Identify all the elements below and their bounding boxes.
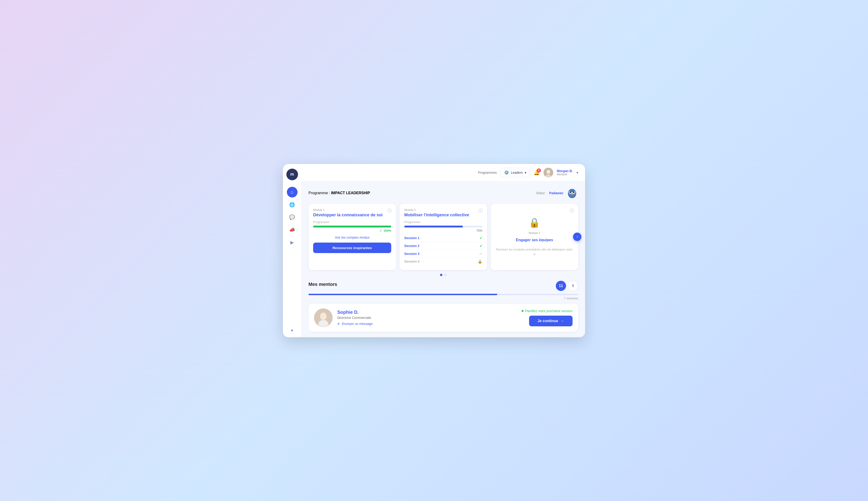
continue-button[interactable]: Je continue → bbox=[529, 316, 573, 326]
app-logo[interactable]: m bbox=[286, 169, 298, 180]
programmes-label: Programmes bbox=[478, 171, 497, 174]
mentor-info: Sophie D. Directrice Commerciale ✈ Envoy… bbox=[337, 310, 517, 326]
session-1-label: Session 1 bbox=[404, 236, 419, 240]
mentor-tabs: 11 0 bbox=[556, 281, 578, 291]
leaders-label: Leaders bbox=[511, 171, 523, 174]
continue-arrow-icon: → bbox=[561, 319, 564, 323]
mentor-card: Sophie D. Directrice Commerciale ✈ Envoy… bbox=[308, 304, 578, 332]
module-1-title: Développer la connaissance de soi bbox=[313, 213, 391, 217]
main-content: Programmes ⚙️ Leaders ▾ 🔔 5 Morgan B. Me… bbox=[302, 164, 585, 337]
voir-comptes-link[interactable]: Voir les comptes rendus bbox=[313, 236, 391, 239]
session-1-row[interactable]: Session 1 ✓ bbox=[404, 234, 482, 242]
svg-point-16 bbox=[319, 320, 328, 327]
lock-big-icon: 🔒 bbox=[529, 217, 540, 228]
module-card-2: ⓘ Module 2 Mobiliser l'intelligence coll… bbox=[400, 204, 487, 270]
module-2-label: Module 2 bbox=[404, 209, 482, 212]
leaders-dropdown[interactable]: ⚙️ Leaders ▾ bbox=[500, 168, 530, 177]
mentors-header: Mes mentors 11 0 bbox=[308, 281, 578, 291]
session-2-check-icon: ✓ bbox=[479, 244, 482, 248]
chevron-right-icon: › bbox=[576, 235, 578, 239]
header: Programmes ⚙️ Leaders ▾ 🔔 5 Morgan B. Me… bbox=[302, 164, 585, 181]
session-4-label: Session 4 bbox=[404, 259, 419, 263]
programme-prefix: Programme : bbox=[308, 191, 331, 195]
session-list: Session 1 ✓ Session 2 ✓ Session 3 → bbox=[404, 234, 482, 265]
programme-title: Programme : IMPACT LEADERSHIP bbox=[308, 191, 370, 195]
session-3-label: Session 3 bbox=[404, 252, 419, 256]
lock-container: 🔒 Module 3 Engager ses équipes Terminez … bbox=[495, 217, 574, 256]
user-name: Morgan B. bbox=[557, 169, 573, 173]
svg-point-14 bbox=[320, 312, 327, 320]
user-role: Mentoré bbox=[557, 173, 573, 176]
statut-area: Statut : Padawan bbox=[536, 187, 578, 199]
module-1-complete: ✓ 100% bbox=[313, 229, 391, 232]
message-label: Envoyer un message bbox=[342, 322, 373, 326]
info-icon-module1[interactable]: ⓘ bbox=[388, 208, 392, 214]
sidebar-item-globe[interactable]: 🌐 bbox=[287, 199, 297, 210]
module-2-progress-fill bbox=[404, 226, 463, 227]
module-2-pct: 75% bbox=[404, 229, 482, 232]
globe-icon: 🌐 bbox=[289, 202, 295, 207]
dot-1[interactable] bbox=[440, 274, 442, 276]
owl-icon bbox=[566, 187, 578, 199]
mentor-name: Sophie D. bbox=[337, 310, 517, 315]
home-icon: ⌂ bbox=[291, 189, 293, 195]
leaders-icon: ⚙️ bbox=[504, 170, 509, 175]
mentor-job-title: Directrice Commerciale bbox=[337, 316, 517, 320]
planifier-text: Planifiez votre prochaine session bbox=[522, 309, 573, 313]
module-card-1: ⓘ Module 1 Développer la connaissance de… bbox=[308, 204, 396, 270]
module-3-title: Engager ses équipes bbox=[516, 238, 553, 242]
session-4-row: Session 4 🔒 bbox=[404, 258, 482, 265]
send-message-link[interactable]: ✈ Envoyer un message bbox=[337, 322, 517, 326]
mentor-tab-active[interactable]: 11 bbox=[556, 281, 566, 291]
module-1-progression-label: Progression bbox=[313, 220, 391, 224]
module-3-locked-desc: Terminez les modules précédents afin de … bbox=[495, 247, 574, 256]
mentors-section-title: Mes mentors bbox=[308, 282, 337, 287]
next-button[interactable]: › bbox=[573, 233, 582, 241]
module-1-progress-bar bbox=[313, 226, 391, 227]
user-menu-chevron-icon[interactable]: ▾ bbox=[576, 171, 578, 174]
info-icon-module3[interactable]: ⓘ bbox=[570, 208, 574, 214]
sidebar: m ⌂ 🌐 💬 📣 ▶ » bbox=[283, 164, 302, 337]
sessions-count: 7 sessions bbox=[308, 297, 578, 300]
user-info: Morgan B. Mentoré bbox=[557, 169, 573, 176]
green-dot-icon bbox=[522, 310, 523, 312]
ressources-button[interactable]: Ressources inspirantes bbox=[313, 243, 391, 253]
session-3-arrow-icon: → bbox=[479, 252, 482, 256]
sidebar-item-chat[interactable]: 💬 bbox=[287, 212, 297, 223]
mentor-tab-inactive[interactable]: 0 bbox=[568, 281, 578, 291]
module-1-label: Module 1 bbox=[313, 209, 391, 212]
svg-point-9 bbox=[571, 193, 573, 195]
expand-icon: » bbox=[291, 328, 293, 332]
module-1-pct: 100% bbox=[383, 229, 391, 232]
session-3-row[interactable]: Session 3 → bbox=[404, 250, 482, 258]
mentor-progress-fill bbox=[308, 294, 497, 295]
info-icon-module2[interactable]: ⓘ bbox=[479, 208, 483, 214]
logo-initials: m bbox=[290, 172, 294, 177]
module-2-progress-bar bbox=[404, 226, 482, 227]
dots-indicator bbox=[308, 274, 578, 276]
programme-header: Programme : IMPACT LEADERSHIP Statut : P… bbox=[308, 187, 578, 199]
sidebar-expand-button[interactable]: » bbox=[291, 328, 293, 333]
dot-2[interactable] bbox=[444, 274, 447, 276]
sidebar-item-home[interactable]: ⌂ bbox=[287, 187, 297, 198]
notification-badge: 5 bbox=[537, 168, 541, 173]
dropdown-chevron-icon: ▾ bbox=[525, 171, 526, 174]
module-2-progression-label: Progression bbox=[404, 220, 482, 224]
chat-icon: 💬 bbox=[289, 214, 295, 220]
session-2-row[interactable]: Session 2 ✓ bbox=[404, 242, 482, 250]
send-icon: ✈ bbox=[337, 322, 340, 326]
play-icon: ▶ bbox=[290, 239, 294, 245]
session-1-check-icon: ✓ bbox=[479, 236, 482, 240]
modules-wrapper: ⓘ Module 1 Développer la connaissance de… bbox=[308, 204, 578, 270]
module-2-title: Mobiliser l'intelligence collective bbox=[404, 213, 482, 217]
session-2-label: Session 2 bbox=[404, 244, 419, 248]
notification-bell[interactable]: 🔔 5 bbox=[533, 170, 540, 175]
statut-value: Padawan bbox=[549, 191, 563, 195]
mentor-progress-bar bbox=[308, 294, 578, 295]
sidebar-item-play[interactable]: ▶ bbox=[287, 237, 297, 248]
continue-label: Je continue bbox=[538, 319, 558, 323]
module-1-progress-fill bbox=[313, 226, 391, 227]
sidebar-item-megaphone[interactable]: 📣 bbox=[287, 224, 297, 235]
statut-label: Statut : bbox=[536, 191, 546, 195]
checkmark-icon: ✓ bbox=[380, 229, 382, 232]
